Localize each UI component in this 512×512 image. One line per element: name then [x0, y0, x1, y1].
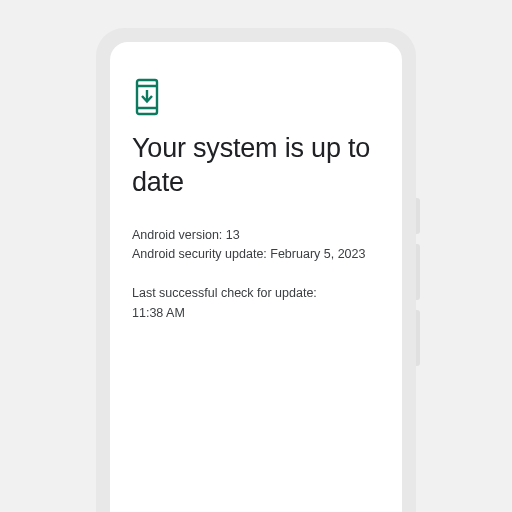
last-check-label: Last successful check for update:	[132, 284, 380, 303]
phone-volume-down-button	[416, 310, 420, 366]
phone-power-button	[416, 198, 420, 234]
system-update-icon	[132, 78, 380, 116]
last-check-block: Last successful check for update: 11:38 …	[132, 284, 380, 323]
last-check-time: 11:38 AM	[132, 304, 380, 323]
screen: Your system is up to date Android versio…	[110, 42, 402, 512]
phone-frame: Your system is up to date Android versio…	[96, 28, 416, 512]
android-version-text: Android version: 13	[132, 226, 380, 245]
security-update-text: Android security update: February 5, 202…	[132, 245, 380, 264]
page-title: Your system is up to date	[132, 132, 380, 200]
version-info-block: Android version: 13 Android security upd…	[132, 226, 380, 265]
phone-volume-up-button	[416, 244, 420, 300]
